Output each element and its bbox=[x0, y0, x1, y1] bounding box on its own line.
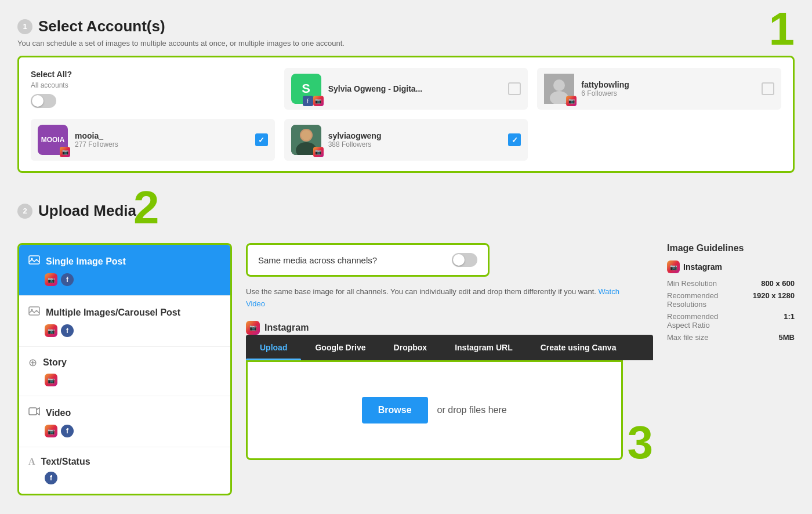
post-type-label-single: Single Image Post bbox=[46, 256, 126, 267]
account-name-fatty: fattybowling bbox=[581, 80, 755, 89]
account-name-sylviaogweng: sylviaogweng bbox=[328, 131, 502, 140]
same-media-box: Same media across channels? bbox=[246, 243, 490, 277]
account-info-sylvia: Sylvia Ogweng - Digita... bbox=[328, 84, 502, 93]
avatar-sylvia: S 📷 f bbox=[291, 74, 321, 104]
dropzone-row: Browse or drop files here 3 bbox=[246, 360, 653, 460]
svg-point-1 bbox=[553, 79, 565, 91]
post-type-label-video: Video bbox=[46, 408, 71, 418]
account-name-mooia: mooia_ bbox=[75, 131, 248, 140]
section1-subtitle: You can schedule a set of images to mult… bbox=[17, 39, 795, 48]
tab-instagramurl[interactable]: Instagram URL bbox=[441, 335, 527, 360]
same-media-label: Same media across channels? bbox=[258, 255, 377, 265]
post-type-socials-text: f bbox=[28, 472, 221, 484]
post-type-single[interactable]: Single Image Post 📷 f bbox=[19, 245, 230, 296]
svg-rect-9 bbox=[29, 307, 39, 315]
video-icon-svg bbox=[28, 406, 40, 417]
ig-badge-sylvia: 📷 bbox=[313, 96, 324, 106]
section2-area: Single Image Post 📷 f bbox=[17, 243, 795, 495]
carousel-icon-svg bbox=[28, 305, 40, 317]
tab-upload[interactable]: Upload bbox=[246, 335, 301, 360]
select-all-cell: Select All? All accounts bbox=[31, 70, 275, 108]
post-type-socials-video: 📷 f bbox=[28, 425, 221, 437]
ig-icon-story: 📷 bbox=[45, 374, 57, 386]
step2-circle: 2 bbox=[17, 204, 32, 219]
same-media-toggle[interactable] bbox=[452, 253, 477, 267]
fb-icon-carousel: f bbox=[61, 324, 74, 337]
accounts-box: Select All? All accounts S 📷 f Sylvia Og… bbox=[17, 56, 795, 173]
checkbox-mooia[interactable] bbox=[255, 133, 268, 146]
step3-badge: 3 bbox=[628, 419, 654, 466]
upload-main: Same media across channels? Use the same… bbox=[246, 243, 653, 495]
ig-guideline-icon: 📷 bbox=[667, 260, 680, 273]
fb-badge-sylvia: f bbox=[303, 96, 313, 106]
ig-icon-video: 📷 bbox=[45, 425, 57, 437]
post-type-video[interactable]: Video 📷 f bbox=[19, 396, 230, 447]
instagram-label: Instagram bbox=[264, 323, 309, 333]
step1-badge: 1 bbox=[769, 6, 795, 52]
svg-point-6 bbox=[301, 130, 311, 140]
ig-section-icon: 📷 bbox=[246, 321, 260, 335]
image-icon-svg bbox=[28, 254, 40, 266]
guideline-platform: 📷 Instagram bbox=[667, 260, 795, 273]
tab-dropbox[interactable]: Dropbox bbox=[380, 335, 441, 360]
avatar-mooia: MOOIA 📷 bbox=[38, 125, 68, 155]
account-card-mooia[interactable]: MOOIA 📷 mooia_ 277 Followers bbox=[31, 119, 275, 161]
post-type-label-text: Text/Status bbox=[41, 457, 90, 467]
post-type-label-story: Story bbox=[43, 357, 67, 368]
tab-googledrive[interactable]: Google Drive bbox=[301, 335, 379, 360]
account-card-fattybowling[interactable]: 📷 fattybowling 6 Followers bbox=[537, 68, 781, 110]
drop-zone[interactable]: Browse or drop files here bbox=[246, 360, 623, 460]
story-icon: ⊕ bbox=[28, 356, 37, 369]
guideline-row-3: Max file size 5MB bbox=[667, 333, 795, 342]
single-image-icon bbox=[28, 254, 40, 269]
select-all-label: Select All? bbox=[31, 70, 72, 79]
account-card-sylviaogweng[interactable]: 📷 sylviaogweng 388 Followers bbox=[284, 119, 528, 161]
select-all-sub: All accounts bbox=[31, 81, 68, 89]
instagram-section: 📷 Instagram bbox=[246, 321, 653, 335]
checkbox-sylvia[interactable] bbox=[508, 82, 521, 95]
text-icon: A bbox=[28, 457, 35, 467]
ig-badge-fatty: 📷 bbox=[566, 96, 577, 106]
section2-wrapper: 2 2 Upload Media bbox=[17, 202, 795, 495]
svg-rect-11 bbox=[29, 408, 37, 415]
select-all-toggle[interactable] bbox=[31, 94, 56, 108]
upload-tabs-bar: Upload Google Drive Dropbox Instagram UR… bbox=[246, 335, 653, 360]
fb-icon-single: f bbox=[61, 273, 74, 286]
checkbox-fatty[interactable] bbox=[762, 82, 774, 95]
avatar-sylviaogweng: 📷 bbox=[291, 125, 321, 155]
post-type-socials-story: 📷 bbox=[28, 374, 221, 386]
drop-text: or drop files here bbox=[437, 405, 507, 415]
guidelines-panel: Image Guidelines 📷 Instagram Min Resolut… bbox=[667, 243, 795, 495]
section2-title: Upload Media bbox=[38, 202, 136, 220]
account-info-mooia: mooia_ 277 Followers bbox=[75, 131, 248, 149]
ig-badge-sylviaogweng: 📷 bbox=[313, 147, 324, 157]
avatar-fattybowling: 📷 bbox=[544, 74, 574, 104]
guideline-row-0: Min Resolution 800 x 600 bbox=[667, 279, 795, 288]
fb-icon-video: f bbox=[61, 425, 74, 437]
fb-icon-text: f bbox=[45, 472, 57, 484]
checkbox-sylviaogweng[interactable] bbox=[508, 133, 521, 146]
ig-icon-carousel: 📷 bbox=[45, 324, 57, 337]
step1-circle: 1 bbox=[17, 19, 32, 34]
account-followers-sylviaogweng: 388 Followers bbox=[328, 140, 502, 149]
tab-canva[interactable]: Create using Canva bbox=[527, 335, 630, 360]
browse-button[interactable]: Browse bbox=[362, 397, 428, 423]
svg-rect-7 bbox=[29, 256, 39, 264]
step2-badge: 2 bbox=[133, 184, 160, 231]
same-media-knob bbox=[453, 254, 465, 266]
post-type-label-carousel: Multiple Images/Carousel Post bbox=[46, 307, 180, 318]
post-type-socials-single: 📷 f bbox=[28, 273, 221, 286]
account-name-sylvia: Sylvia Ogweng - Digita... bbox=[328, 84, 502, 93]
toggle-knob bbox=[32, 95, 44, 107]
section1-header: 1 Select Account(s) bbox=[17, 17, 795, 35]
account-followers-fatty: 6 Followers bbox=[581, 89, 755, 97]
ig-icon-single: 📷 bbox=[45, 273, 57, 286]
account-card-sylvia[interactable]: S 📷 f Sylvia Ogweng - Digita... bbox=[284, 68, 528, 110]
guidelines-title: Image Guidelines bbox=[667, 243, 795, 254]
ig-badge-mooia: 📷 bbox=[60, 147, 70, 157]
post-type-carousel[interactable]: Multiple Images/Carousel Post 📷 f bbox=[19, 296, 230, 347]
post-type-story[interactable]: ⊕ Story 📷 bbox=[19, 347, 230, 396]
video-icon bbox=[28, 406, 40, 420]
guideline-row-2: Recommended Aspect Ratio 1:1 bbox=[667, 312, 795, 330]
post-type-text[interactable]: A Text/Status f bbox=[19, 447, 230, 494]
